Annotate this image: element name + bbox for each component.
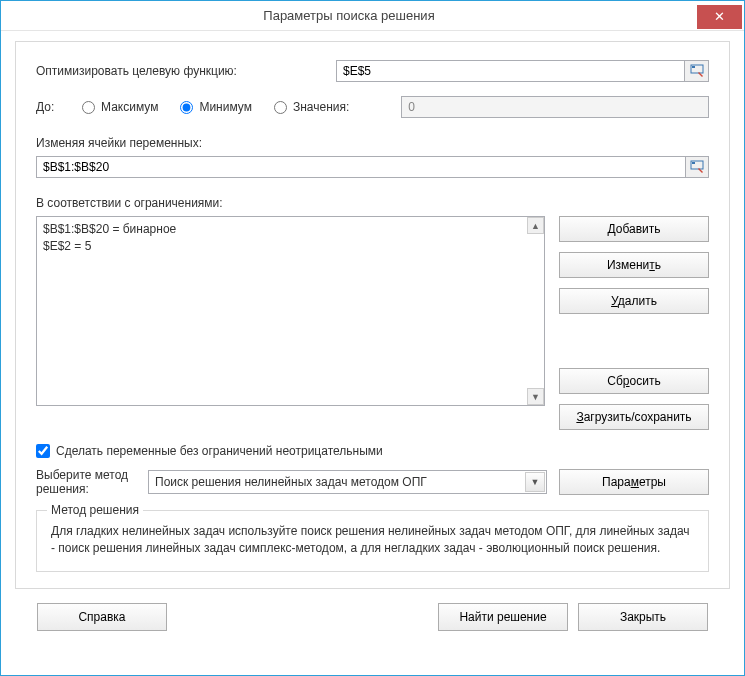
reset-button[interactable]: Сбросить (559, 368, 709, 394)
radio-max-input[interactable] (82, 101, 95, 114)
window-close-button[interactable]: ✕ (697, 5, 742, 29)
titlebar: Параметры поиска решения ✕ (1, 1, 744, 31)
constraint-line[interactable]: $B$1:$B$20 = бинарное (43, 221, 538, 238)
constraints-label: В соответствии с ограничениями: (36, 196, 709, 210)
objective-ref-button[interactable] (685, 60, 709, 82)
radio-value-label: Значения: (293, 100, 349, 114)
radio-min-label: Минимум (199, 100, 252, 114)
variables-input[interactable] (36, 156, 686, 178)
groupbox-text: Для гладких нелинейных задач используйте… (51, 523, 694, 557)
chevron-down-icon: ▼ (531, 477, 540, 487)
chevron-down-icon: ▼ (531, 392, 540, 402)
variables-ref-button[interactable] (685, 156, 709, 178)
to-radio-group: Максимум Минимум Значения: (82, 100, 371, 114)
parameters-button[interactable]: Параметры (559, 469, 709, 495)
radio-value-input[interactable] (274, 101, 287, 114)
groupbox-title: Метод решения (47, 503, 143, 517)
svg-rect-1 (692, 66, 695, 68)
dropdown-arrow[interactable]: ▼ (525, 472, 545, 492)
help-button[interactable]: Справка (37, 603, 167, 631)
nonneg-label: Сделать переменные без ограничений неотр… (56, 444, 383, 458)
range-picker-icon (690, 160, 704, 174)
add-button[interactable]: Добавить (559, 216, 709, 242)
objective-input[interactable] (336, 60, 685, 82)
method-label: Выберите метод решения: (36, 468, 136, 496)
close-button[interactable]: Закрыть (578, 603, 708, 631)
method-selected: Поиск решения нелинейных задач методом О… (155, 475, 427, 489)
radio-min[interactable]: Минимум (180, 100, 252, 114)
main-panel: Оптимизировать целевую функцию: До: (15, 41, 730, 589)
range-picker-icon (690, 64, 704, 78)
constraints-buttons: Добавить Изменить Удалить Сбросить Загру… (559, 216, 709, 430)
radio-value[interactable]: Значения: (274, 100, 349, 114)
method-groupbox: Метод решения Для гладких нелинейных зад… (36, 510, 709, 572)
method-select[interactable]: Поиск решения нелинейных задач методом О… (148, 470, 547, 494)
solve-button[interactable]: Найти решение (438, 603, 568, 631)
dialog-footer: Справка Найти решение Закрыть (15, 589, 730, 631)
solver-dialog: Параметры поиска решения ✕ Оптимизироват… (0, 0, 745, 676)
constraints-listbox[interactable]: $B$1:$B$20 = бинарное $E$2 = 5 ▲ ▼ (36, 216, 545, 406)
chevron-up-icon: ▲ (531, 221, 540, 231)
variables-label: Изменяя ячейки переменных: (36, 136, 709, 150)
window-title: Параметры поиска решения (1, 8, 697, 23)
change-button[interactable]: Изменить (559, 252, 709, 278)
scroll-up-button[interactable]: ▲ (527, 217, 544, 234)
scroll-down-button[interactable]: ▼ (527, 388, 544, 405)
radio-min-input[interactable] (180, 101, 193, 114)
nonneg-checkbox[interactable] (36, 444, 50, 458)
to-label: До: (36, 100, 82, 114)
delete-button[interactable]: Удалить (559, 288, 709, 314)
radio-max-label: Максимум (101, 100, 158, 114)
radio-max[interactable]: Максимум (82, 100, 158, 114)
close-icon: ✕ (714, 9, 725, 24)
load-save-button[interactable]: Загрузить/сохранить (559, 404, 709, 430)
nonneg-checkbox-row[interactable]: Сделать переменные без ограничений неотр… (36, 444, 709, 458)
constraint-line[interactable]: $E$2 = 5 (43, 238, 538, 255)
objective-label: Оптимизировать целевую функцию: (36, 64, 336, 78)
to-value-input (401, 96, 709, 118)
svg-rect-3 (692, 162, 695, 164)
